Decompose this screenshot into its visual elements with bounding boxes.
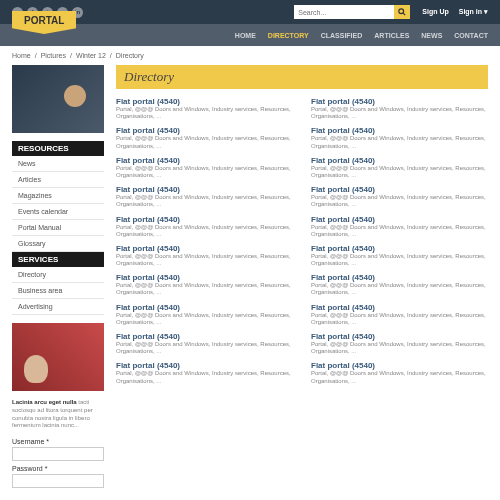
directory-item-title[interactable]: Flat portal (4540) [311, 273, 488, 282]
directory-item-title[interactable]: Flat portal (4540) [116, 303, 293, 312]
sidebar-image [12, 323, 104, 391]
sidebar-caption: Lacinia arcu eget nulla tacti sociosqu a… [12, 399, 104, 430]
directory-item-title[interactable]: Flat portal (4540) [311, 126, 488, 135]
directory-item-desc: Portal, @@@ Doors and Windows, Industry … [116, 106, 293, 120]
nav-home[interactable]: HOME [235, 32, 256, 39]
directory-item-title[interactable]: Flat portal (4540) [311, 361, 488, 370]
directory-item-title[interactable]: Flat portal (4540) [311, 332, 488, 341]
directory-item: Flat portal (4540)Portal, @@@ Doors and … [116, 242, 293, 269]
username-field: Username * [12, 438, 104, 461]
directory-item: Flat portal (4540)Portal, @@@ Doors and … [311, 242, 488, 269]
breadcrumb-item[interactable]: Winter 12 [76, 52, 106, 59]
sidebar-item[interactable]: Magazines [12, 188, 104, 204]
directory-item-title[interactable]: Flat portal (4540) [116, 97, 293, 106]
resources-header: RESOURCES [12, 141, 104, 156]
directory-item-desc: Portal, @@@ Doors and Windows, Industry … [311, 370, 488, 384]
directory-item-desc: Portal, @@@ Doors and Windows, Industry … [311, 312, 488, 326]
nav-directory[interactable]: DIRECTORY [268, 32, 309, 39]
directory-item-desc: Portal, @@@ Doors and Windows, Industry … [116, 370, 293, 384]
directory-item: Flat portal (4540)Portal, @@@ Doors and … [116, 301, 293, 328]
directory-item-title[interactable]: Flat portal (4540) [116, 156, 293, 165]
directory-item-desc: Portal, @@@ Doors and Windows, Industry … [311, 253, 488, 267]
directory-item-desc: Portal, @@@ Doors and Windows, Industry … [116, 282, 293, 296]
search-input[interactable] [294, 5, 394, 19]
directory-item: Flat portal (4540)Portal, @@@ Doors and … [311, 301, 488, 328]
directory-item: Flat portal (4540)Portal, @@@ Doors and … [311, 154, 488, 181]
directory-item-title[interactable]: Flat portal (4540) [116, 185, 293, 194]
directory-item: Flat portal (4540)Portal, @@@ Doors and … [311, 359, 488, 386]
directory-item-title[interactable]: Flat portal (4540) [311, 244, 488, 253]
directory-item-desc: Portal, @@@ Doors and Windows, Industry … [116, 341, 293, 355]
directory-item-desc: Portal, @@@ Doors and Windows, Industry … [311, 282, 488, 296]
directory-item: Flat portal (4540)Portal, @@@ Doors and … [116, 271, 293, 298]
signin-link[interactable]: Sign in ▾ [459, 8, 488, 16]
breadcrumb-item[interactable]: Pictures [41, 52, 66, 59]
nav-items: HOMEDIRECTORYCLASSIFIEDARTICLESNEWSCONTA… [235, 32, 488, 39]
logo[interactable]: PORTAL [12, 11, 76, 34]
services-list: DirectoryBusiness areaAdvertising [12, 267, 104, 315]
username-label: Username * [12, 438, 104, 445]
sidebar-item[interactable]: Events calendar [12, 204, 104, 220]
directory-item: Flat portal (4540)Portal, @@@ Doors and … [311, 95, 488, 122]
directory-item-title[interactable]: Flat portal (4540) [311, 215, 488, 224]
search-button[interactable] [394, 5, 410, 19]
directory-item: Flat portal (4540)Portal, @@@ Doors and … [116, 124, 293, 151]
nav-contact[interactable]: CONTACT [454, 32, 488, 39]
nav-classified[interactable]: CLASSIFIED [321, 32, 363, 39]
directory-item-title[interactable]: Flat portal (4540) [116, 361, 293, 370]
directory-item-title[interactable]: Flat portal (4540) [311, 156, 488, 165]
sidebar-item[interactable]: Articles [12, 172, 104, 188]
services-header: SERVICES [12, 252, 104, 267]
directory-item: Flat portal (4540)Portal, @@@ Doors and … [116, 183, 293, 210]
username-input[interactable] [12, 447, 104, 461]
directory-item-title[interactable]: Flat portal (4540) [116, 215, 293, 224]
directory-item-desc: Portal, @@@ Doors and Windows, Industry … [116, 312, 293, 326]
directory-item-desc: Portal, @@@ Doors and Windows, Industry … [311, 194, 488, 208]
password-input[interactable] [12, 474, 104, 488]
navbar: PORTAL HOMEDIRECTORYCLASSIFIEDARTICLESNE… [0, 24, 500, 46]
directory-item-desc: Portal, @@@ Doors and Windows, Industry … [116, 224, 293, 238]
sidebar-item[interactable]: Advertising [12, 299, 104, 315]
signup-link[interactable]: Sign Up [422, 8, 448, 16]
directory-item-title[interactable]: Flat portal (4540) [311, 97, 488, 106]
directory-item-desc: Portal, @@@ Doors and Windows, Industry … [116, 253, 293, 267]
directory-item: Flat portal (4540)Portal, @@@ Doors and … [311, 183, 488, 210]
directory-item: Flat portal (4540)Portal, @@@ Doors and … [116, 213, 293, 240]
directory-item-desc: Portal, @@@ Doors and Windows, Industry … [311, 106, 488, 120]
page-title: Directory [116, 65, 488, 89]
directory-item-desc: Portal, @@@ Doors and Windows, Industry … [116, 165, 293, 179]
directory-item-desc: Portal, @@@ Doors and Windows, Industry … [311, 165, 488, 179]
breadcrumb: Home/Pictures/Winter 12/Directory [0, 46, 500, 65]
directory-item: Flat portal (4540)Portal, @@@ Doors and … [116, 154, 293, 181]
directory-item: Flat portal (4540)Portal, @@@ Doors and … [116, 359, 293, 386]
directory-item: Flat portal (4540)Portal, @@@ Doors and … [311, 213, 488, 240]
directory-item-title[interactable]: Flat portal (4540) [116, 273, 293, 282]
directory-item-title[interactable]: Flat portal (4540) [311, 303, 488, 312]
sidebar-item[interactable]: Directory [12, 267, 104, 283]
breadcrumb-item[interactable]: Home [12, 52, 31, 59]
sidebar-hero-image [12, 65, 104, 133]
directory-item-title[interactable]: Flat portal (4540) [311, 185, 488, 194]
search-icon [398, 8, 406, 16]
main-content: Directory Flat portal (4540)Portal, @@@ … [116, 65, 488, 492]
breadcrumb-item[interactable]: Directory [116, 52, 144, 59]
directory-item-title[interactable]: Flat portal (4540) [116, 126, 293, 135]
sidebar-item[interactable]: Business area [12, 283, 104, 299]
nav-news[interactable]: NEWS [421, 32, 442, 39]
svg-point-0 [399, 9, 404, 14]
password-field: Password * [12, 465, 104, 488]
directory-item: Flat portal (4540)Portal, @@@ Doors and … [311, 271, 488, 298]
directory-item: Flat portal (4540)Portal, @@@ Doors and … [311, 330, 488, 357]
sidebar-item[interactable]: Glossary [12, 236, 104, 252]
directory-item-desc: Portal, @@@ Doors and Windows, Industry … [311, 224, 488, 238]
svg-line-1 [403, 13, 405, 15]
auth-links: Sign Up Sign in ▾ [422, 8, 488, 16]
sidebar-item[interactable]: Portal Manual [12, 220, 104, 236]
directory-item-desc: Portal, @@@ Doors and Windows, Industry … [116, 135, 293, 149]
directory-item-title[interactable]: Flat portal (4540) [116, 332, 293, 341]
directory-item-title[interactable]: Flat portal (4540) [116, 244, 293, 253]
resources-list: NewsArticlesMagazinesEvents calendarPort… [12, 156, 104, 252]
nav-articles[interactable]: ARTICLES [374, 32, 409, 39]
directory-item-desc: Portal, @@@ Doors and Windows, Industry … [311, 341, 488, 355]
sidebar-item[interactable]: News [12, 156, 104, 172]
